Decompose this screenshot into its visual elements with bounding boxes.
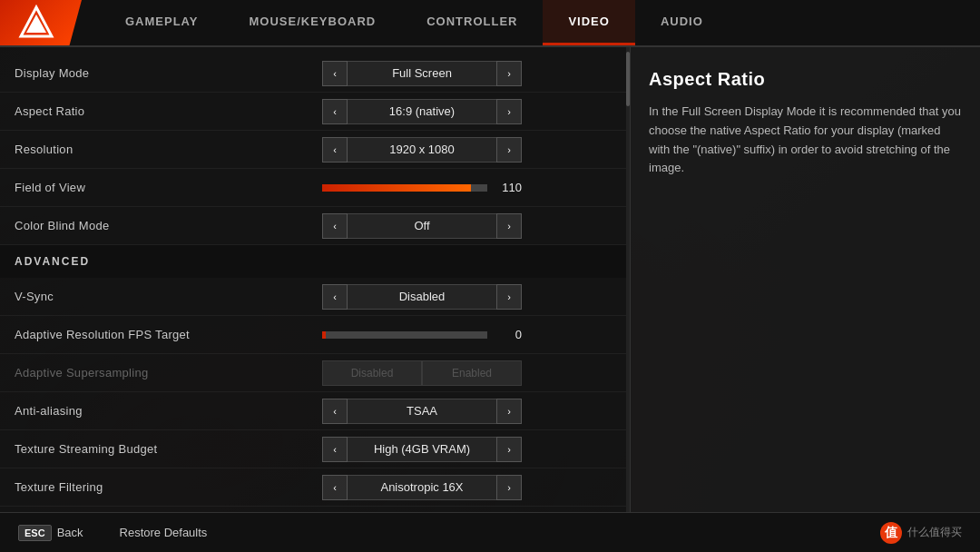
restore-defaults-button[interactable]: Restore Defaults	[120, 526, 208, 539]
tab-gameplay[interactable]: GAMEPLAY	[100, 0, 223, 45]
adaptive-ss-label: Adaptive Supersampling	[15, 366, 232, 380]
info-title: Aspect Ratio	[649, 69, 962, 90]
fov-track[interactable]	[322, 184, 487, 192]
bottom-bar: ESC Back Restore Defaults 值 什么值得买	[0, 512, 980, 552]
adaptive-fps-fill	[322, 331, 326, 339]
texture-filtering-selector: ‹ Anisotropic 16X ›	[322, 475, 522, 500]
aspect-ratio-label: Aspect Ratio	[15, 104, 232, 118]
main-content: Display Mode ‹ Full Screen › Aspect Rati…	[0, 47, 980, 512]
anti-aliasing-prev[interactable]: ‹	[322, 399, 348, 424]
texture-filtering-next[interactable]: ›	[496, 475, 522, 500]
texture-filtering-control: ‹ Anisotropic 16X ›	[232, 475, 612, 500]
vsync-control: ‹ Disabled ›	[232, 284, 612, 310]
color-blind-control: ‹ Off ›	[232, 213, 612, 239]
info-body: In the Full Screen Display Mode it is re…	[649, 103, 962, 178]
tab-mouse[interactable]: MOUSE/KEYBOARD	[223, 0, 401, 45]
setting-display-mode: Display Mode ‹ Full Screen ›	[0, 54, 626, 93]
anti-aliasing-selector: ‹ TSAA ›	[322, 399, 522, 424]
setting-adaptive-fps: Adaptive Resolution FPS Target 0	[0, 316, 626, 354]
display-mode-next[interactable]: ›	[496, 61, 522, 86]
anti-aliasing-label: Anti-aliasing	[15, 404, 232, 418]
color-blind-prev[interactable]: ‹	[322, 213, 348, 239]
color-blind-label: Color Blind Mode	[15, 219, 232, 232]
nav-tabs: GAMEPLAY MOUSE/KEYBOARD CONTROLLER VIDEO…	[82, 0, 980, 45]
vsync-prev[interactable]: ‹	[322, 284, 348, 310]
display-mode-selector: ‹ Full Screen ›	[322, 61, 522, 86]
aspect-ratio-control: ‹ 16:9 (native) ›	[232, 99, 612, 124]
setting-fov: Field of View 110	[0, 169, 626, 207]
back-button[interactable]: ESC Back	[18, 525, 83, 541]
texture-filtering-prev[interactable]: ‹	[322, 475, 348, 500]
resolution-next[interactable]: ›	[496, 137, 522, 163]
watermark-icon: 值	[880, 522, 902, 544]
adaptive-ss-enabled-btn[interactable]: Enabled	[422, 360, 522, 386]
setting-aspect-ratio: Aspect Ratio ‹ 16:9 (native) ›	[0, 93, 626, 131]
aspect-ratio-selector: ‹ 16:9 (native) ›	[322, 99, 522, 124]
setting-vsync: V-Sync ‹ Disabled ›	[0, 278, 626, 316]
adaptive-ss-toggle: Disabled Enabled	[322, 360, 522, 386]
texture-filtering-value: Anisotropic 16X	[348, 475, 496, 500]
topbar: GAMEPLAY MOUSE/KEYBOARD CONTROLLER VIDEO…	[0, 0, 980, 47]
texture-budget-label: Texture Streaming Budget	[15, 442, 232, 456]
resolution-control: ‹ 1920 x 1080 ›	[232, 137, 612, 163]
color-blind-selector: ‹ Off ›	[322, 213, 522, 239]
aspect-ratio-value: 16:9 (native)	[348, 99, 496, 124]
texture-budget-value: High (4GB VRAM)	[348, 437, 496, 462]
restore-label: Restore Defaults	[120, 526, 208, 539]
fov-control: 110	[232, 181, 612, 194]
resolution-label: Resolution	[15, 143, 232, 156]
display-mode-control: ‹ Full Screen ›	[232, 61, 612, 86]
texture-budget-selector: ‹ High (4GB VRAM) ›	[322, 437, 522, 462]
watermark: 值 什么值得买	[880, 522, 962, 544]
aspect-ratio-next[interactable]: ›	[496, 99, 522, 124]
fov-label: Field of View	[15, 181, 232, 194]
scroll-thumb[interactable]	[626, 52, 630, 106]
adaptive-fps-track[interactable]	[322, 331, 487, 339]
color-blind-value: Off	[348, 213, 496, 239]
texture-budget-control: ‹ High (4GB VRAM) ›	[232, 437, 612, 462]
fov-fill	[322, 184, 471, 192]
vsync-value: Disabled	[348, 284, 496, 310]
anti-aliasing-control: ‹ TSAA ›	[232, 399, 612, 424]
setting-adaptive-ss: Adaptive Supersampling Disabled Enabled	[0, 354, 626, 392]
esc-key-label: ESC	[18, 525, 52, 541]
vsync-next[interactable]: ›	[496, 284, 522, 310]
tab-controller[interactable]: CONTROLLER	[401, 0, 543, 45]
texture-budget-next[interactable]: ›	[496, 437, 522, 462]
setting-texture-budget: Texture Streaming Budget ‹ High (4GB VRA…	[0, 430, 626, 468]
display-mode-label: Display Mode	[15, 66, 232, 80]
setting-anti-aliasing: Anti-aliasing ‹ TSAA ›	[0, 392, 626, 430]
texture-budget-prev[interactable]: ‹	[322, 437, 348, 462]
back-label: Back	[57, 526, 83, 539]
fov-slider: 110	[322, 181, 522, 194]
anti-aliasing-value: TSAA	[348, 399, 496, 424]
adaptive-ss-control: Disabled Enabled	[232, 360, 612, 386]
adaptive-ss-disabled-btn[interactable]: Disabled	[322, 360, 422, 386]
setting-texture-filtering: Texture Filtering ‹ Anisotropic 16X ›	[0, 468, 626, 507]
aspect-ratio-prev[interactable]: ‹	[322, 99, 348, 124]
resolution-prev[interactable]: ‹	[322, 137, 348, 163]
tab-video[interactable]: VIDEO	[543, 0, 634, 45]
adaptive-fps-value: 0	[495, 328, 522, 341]
setting-resolution: Resolution ‹ 1920 x 1080 ›	[0, 131, 626, 169]
logo-area	[0, 0, 82, 45]
info-panel: Aspect Ratio In the Full Screen Display …	[630, 47, 980, 512]
watermark-text: 什么值得买	[907, 525, 962, 540]
color-blind-next[interactable]: ›	[496, 213, 522, 239]
resolution-value: 1920 x 1080	[348, 137, 496, 163]
vsync-selector: ‹ Disabled ›	[322, 284, 522, 310]
settings-panel: Display Mode ‹ Full Screen › Aspect Rati…	[0, 47, 626, 512]
tab-audio[interactable]: AUDIO	[635, 0, 729, 45]
display-mode-value: Full Screen	[348, 61, 496, 86]
fov-value: 110	[495, 181, 522, 194]
apex-logo	[17, 4, 55, 42]
adaptive-fps-label: Adaptive Resolution FPS Target	[15, 328, 232, 341]
advanced-section-header: ADVANCED	[0, 245, 626, 278]
anti-aliasing-next[interactable]: ›	[496, 399, 522, 424]
display-mode-prev[interactable]: ‹	[322, 61, 348, 86]
adaptive-fps-control: 0	[232, 328, 612, 341]
texture-filtering-label: Texture Filtering	[15, 480, 232, 494]
adaptive-fps-slider: 0	[322, 328, 522, 341]
vsync-label: V-Sync	[15, 290, 232, 303]
resolution-selector: ‹ 1920 x 1080 ›	[322, 137, 522, 163]
